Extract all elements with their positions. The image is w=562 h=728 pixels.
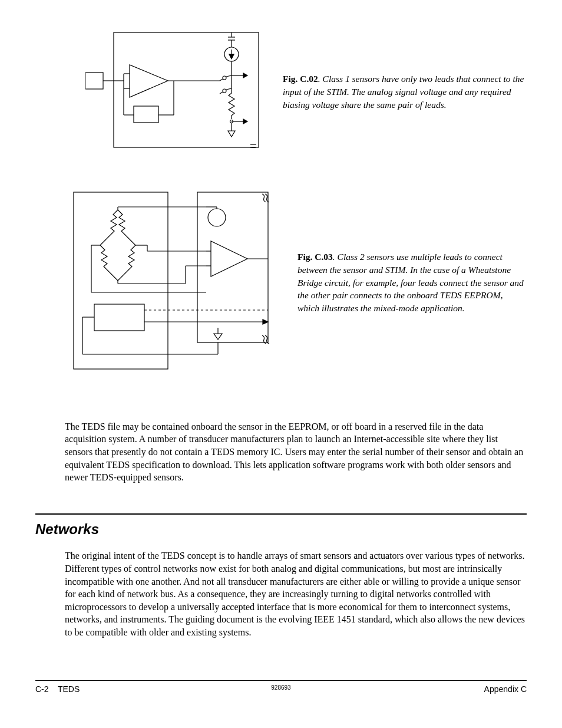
figure-c02-diagram [85, 29, 262, 154]
page-footer: C-2 TEDS 928693 Appendix C [35, 680, 527, 696]
svg-marker-20 [229, 54, 234, 59]
svg-point-28 [223, 89, 226, 93]
svg-marker-35 [228, 131, 235, 137]
figure-c03-row: Fig. C.03. Class 2 sensors use multiple … [59, 189, 527, 375]
svg-rect-60 [94, 304, 144, 331]
footer-center: 928693 [271, 684, 290, 692]
footer-page-number: C-2 [35, 684, 49, 694]
svg-line-23 [220, 79, 223, 81]
figure-label: Fig. C.02 [283, 74, 318, 84]
svg-marker-3 [130, 65, 168, 97]
svg-line-29 [220, 92, 223, 94]
figure-c03-diagram [59, 189, 277, 375]
footer-rule [35, 680, 527, 681]
svg-point-53 [208, 209, 226, 226]
svg-marker-56 [211, 241, 247, 276]
figure-c02-caption: Fig. C.02. Class 1 sensors have only two… [262, 73, 527, 111]
networks-paragraph: The original intent of the TEDS concept … [35, 549, 527, 638]
footer-right: Appendix C [484, 684, 527, 696]
svg-marker-33 [243, 119, 247, 124]
figure-c02-row: Fig. C.02. Class 1 sensors have only two… [85, 29, 527, 154]
svg-rect-4 [134, 106, 158, 123]
svg-marker-63 [263, 319, 268, 324]
svg-line-30 [226, 88, 232, 90]
section-heading-networks: Networks [35, 519, 527, 539]
section-rule [35, 513, 527, 515]
svg-marker-26 [243, 73, 247, 78]
svg-marker-69 [214, 334, 222, 340]
svg-rect-40 [197, 192, 268, 342]
svg-line-24 [226, 75, 232, 77]
svg-point-22 [223, 76, 226, 80]
svg-rect-1 [85, 73, 103, 89]
figure-text: . Class 1 sensors have only two leads th… [283, 74, 524, 109]
footer-title: TEDS [58, 684, 80, 694]
teds-file-paragraph: The TEDS file may be contained onboard t… [35, 420, 527, 484]
figure-label: Fig. C.03 [297, 252, 333, 262]
figure-c03-caption: Fig. C.03. Class 2 sensors use multiple … [277, 251, 527, 314]
footer-left: C-2 TEDS [35, 684, 80, 696]
